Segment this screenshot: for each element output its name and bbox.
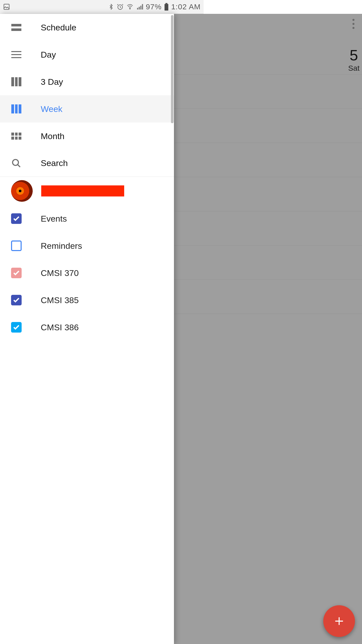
calendar-toggle-cmsi370[interactable]: CMSI 370 bbox=[0, 259, 174, 287]
three-day-icon bbox=[11, 76, 22, 87]
calendar-gridlines bbox=[171, 74, 204, 362]
clock-time: 1:02 AM bbox=[171, 3, 201, 11]
view-week[interactable]: Week bbox=[0, 95, 174, 123]
checkbox-icon[interactable] bbox=[11, 295, 22, 305]
account-name-redacted bbox=[41, 185, 124, 196]
view-label: Schedule bbox=[41, 23, 76, 32]
checkbox-icon[interactable] bbox=[11, 268, 22, 278]
view-month[interactable]: Month bbox=[0, 123, 174, 150]
search-icon bbox=[11, 158, 22, 169]
bluetooth-icon bbox=[108, 3, 114, 11]
svg-rect-3 bbox=[164, 4, 168, 11]
calendar-label: Reminders bbox=[41, 241, 82, 251]
status-left bbox=[3, 3, 10, 10]
checkbox-icon[interactable] bbox=[11, 213, 22, 224]
image-icon bbox=[3, 3, 10, 10]
signal-icon bbox=[136, 4, 143, 10]
alarm-icon bbox=[117, 3, 124, 10]
calendar-label: CMSI 386 bbox=[41, 323, 79, 332]
view-day[interactable]: Day bbox=[0, 41, 174, 68]
view-label: 3 Day bbox=[41, 77, 63, 87]
battery-percent: 97% bbox=[146, 3, 162, 11]
status-right: 97% 1:02 AM bbox=[108, 3, 201, 11]
schedule-icon bbox=[11, 22, 22, 33]
view-label: Day bbox=[41, 50, 56, 60]
view-label: Week bbox=[41, 104, 62, 114]
wifi-icon bbox=[126, 4, 134, 10]
week-icon bbox=[11, 104, 22, 114]
calendar-toggle-cmsi385[interactable]: CMSI 385 bbox=[0, 287, 174, 314]
checkbox-icon[interactable] bbox=[11, 240, 22, 251]
account-row[interactable] bbox=[0, 177, 174, 205]
calendar-label: CMSI 385 bbox=[41, 295, 79, 305]
navigation-drawer: Schedule Day 3 Day Week Month Search bbox=[0, 14, 174, 362]
svg-rect-4 bbox=[165, 3, 167, 4]
calendar-toggle-reminders[interactable]: Reminders bbox=[0, 232, 174, 259]
checkbox-icon[interactable] bbox=[11, 322, 22, 333]
svg-point-5 bbox=[13, 159, 18, 165]
view-label: Search bbox=[41, 158, 68, 168]
view-search[interactable]: Search bbox=[0, 150, 174, 177]
day-icon bbox=[11, 49, 22, 60]
view-3day[interactable]: 3 Day bbox=[0, 68, 174, 95]
calendar-toggle-events[interactable]: Events bbox=[0, 205, 174, 232]
view-label: Month bbox=[41, 131, 65, 141]
svg-rect-0 bbox=[4, 4, 9, 10]
month-icon bbox=[11, 131, 22, 141]
svg-point-2 bbox=[129, 8, 130, 9]
avatar bbox=[11, 180, 33, 202]
calendar-label: CMSI 370 bbox=[41, 268, 79, 278]
battery-icon bbox=[164, 3, 169, 11]
calendar-label: Events bbox=[41, 214, 67, 224]
view-schedule[interactable]: Schedule bbox=[0, 14, 174, 41]
calendar-toggle-cmsi386[interactable]: CMSI 386 bbox=[0, 314, 174, 341]
drawer-scrollbar[interactable] bbox=[171, 15, 173, 123]
status-bar: 97% 1:02 AM bbox=[0, 0, 204, 14]
